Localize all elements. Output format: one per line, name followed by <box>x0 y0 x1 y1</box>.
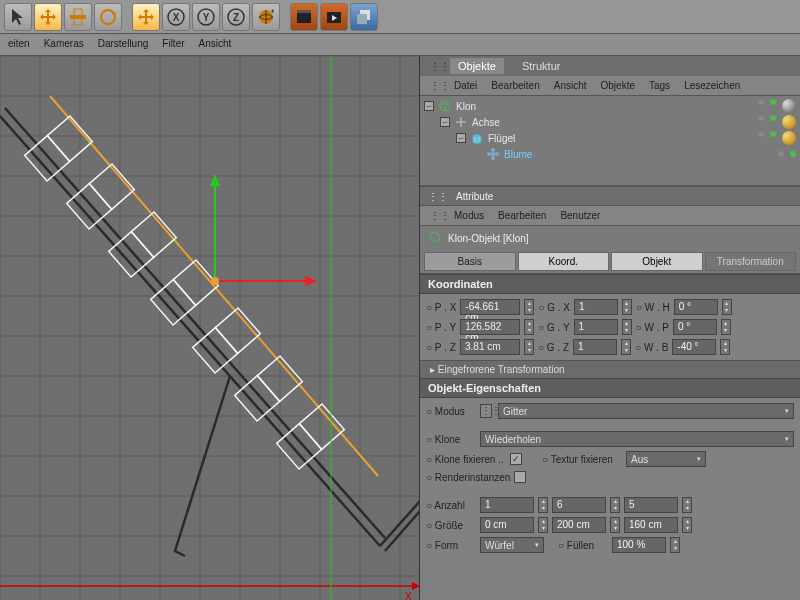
frozen-transform-toggle[interactable]: ▸ Eingefrorene Transformation <box>420 360 800 378</box>
field-px[interactable]: -64.661 cm <box>460 299 520 315</box>
spinner[interactable]: ▴▾ <box>720 339 730 355</box>
field-anzahl-x[interactable]: 1 <box>480 497 534 513</box>
svg-line-63 <box>148 58 160 68</box>
scale-tool-button[interactable] <box>64 3 92 31</box>
hierarchy-label[interactable]: Achse <box>472 117 500 128</box>
field-anzahl-y[interactable]: 6 <box>552 497 606 513</box>
label-klone-fixieren: ○ Klone fixieren .. <box>426 454 506 465</box>
spinner[interactable]: ▴▾ <box>524 339 534 355</box>
object-hierarchy[interactable]: – Klon – Achse – Flügel <box>420 96 800 186</box>
menu-item[interactable]: Darstellung <box>98 38 149 51</box>
menu-item[interactable]: Ansicht <box>554 80 587 91</box>
menu-item[interactable]: Kameras <box>44 38 84 51</box>
hierarchy-row[interactable]: Blume <box>424 146 796 162</box>
spinner[interactable]: ▴▾ <box>622 299 632 315</box>
hierarchy-label[interactable]: Flügel <box>488 133 515 144</box>
menu-item[interactable]: Ansicht <box>199 38 232 51</box>
spinner[interactable]: ▴▾ <box>610 497 620 513</box>
spinner[interactable]: ▴▾ <box>621 339 631 355</box>
menu-item[interactable]: Modus <box>454 210 484 221</box>
tab-objekt[interactable]: Objekt <box>611 252 703 271</box>
tab-objects[interactable]: Objekte <box>450 58 504 74</box>
spinner[interactable]: ▴▾ <box>670 537 680 553</box>
hierarchy-label[interactable]: Blume <box>504 149 532 160</box>
3d-viewport[interactable]: X <box>0 56 420 600</box>
checkbox-klone-fixieren[interactable]: ✓ <box>510 453 522 465</box>
spinner[interactable]: ▴▾ <box>538 497 548 513</box>
objekt-eig-props: ○ Modus ⋮⋮ Gitter ○ Klone Wiederholen ○ … <box>420 398 800 558</box>
spinner[interactable]: ▴▾ <box>682 497 692 513</box>
x-axis-button[interactable]: X <box>162 3 190 31</box>
field-groesse-x[interactable]: 0 cm <box>480 517 534 533</box>
z-axis-button[interactable]: Z <box>222 3 250 31</box>
material-sphere[interactable] <box>782 131 796 145</box>
checkbox-renderinstanzen[interactable] <box>514 471 526 483</box>
field-groesse-z[interactable]: 160 cm <box>624 517 678 533</box>
tree-toggle[interactable]: – <box>440 117 450 127</box>
move-tool-button[interactable] <box>34 3 62 31</box>
spinner[interactable]: ▴▾ <box>610 517 620 533</box>
render-settings-button[interactable] <box>320 3 348 31</box>
spinner[interactable]: ▴▾ <box>524 299 534 315</box>
menu-item[interactable]: Filter <box>162 38 184 51</box>
tab-structure[interactable]: Struktur <box>514 58 569 74</box>
spinner[interactable]: ▴▾ <box>722 299 732 315</box>
cursor-tool-button[interactable] <box>4 3 32 31</box>
field-gy[interactable]: 1 <box>574 319 618 335</box>
svg-rect-53 <box>193 328 238 373</box>
spinner[interactable]: ▴▾ <box>721 319 731 335</box>
hierarchy-row[interactable]: – Flügel <box>424 130 796 146</box>
layers-button[interactable] <box>350 3 378 31</box>
menu-item[interactable]: Datei <box>454 80 477 91</box>
field-py[interactable]: 126.582 cm <box>460 319 520 335</box>
spinner[interactable]: ▴▾ <box>622 319 632 335</box>
field-wh[interactable]: 0 ° <box>674 299 718 315</box>
svg-rect-0 <box>70 15 86 19</box>
menu-item[interactable]: Bearbeiten <box>498 210 546 221</box>
field-gz[interactable]: 1 <box>573 339 617 355</box>
field-groesse-y[interactable]: 200 cm <box>552 517 606 533</box>
menu-item[interactable]: Bearbeiten <box>491 80 539 91</box>
label-pz: ○ P . Z <box>426 342 456 353</box>
tree-toggle[interactable]: – <box>456 133 466 143</box>
rotate-tool-button[interactable] <box>94 3 122 31</box>
tab-basis[interactable]: Basis <box>424 252 516 271</box>
dropdown-textur-fixieren[interactable]: Aus <box>626 451 706 467</box>
label-py: ○ P . Y <box>426 322 456 333</box>
field-gx[interactable]: 1 <box>574 299 618 315</box>
hierarchy-row[interactable]: – Klon <box>424 98 796 114</box>
field-anzahl-z[interactable]: 5 <box>624 497 678 513</box>
menu-item[interactable]: Tags <box>649 80 670 91</box>
material-sphere[interactable] <box>782 99 796 113</box>
tab-koord[interactable]: Koord. <box>518 252 610 271</box>
svg-text:X: X <box>405 591 412 600</box>
menu-item[interactable]: eiten <box>8 38 30 51</box>
spinner[interactable]: ▴▾ <box>682 517 692 533</box>
dropdown-klone[interactable]: Wiederholen <box>480 431 794 447</box>
hierarchy-label[interactable]: Klon <box>456 101 476 112</box>
menu-item[interactable]: Objekte <box>601 80 635 91</box>
tab-transformation[interactable]: Transformation <box>705 252 797 271</box>
field-wp[interactable]: 0 ° <box>673 319 717 335</box>
render-button[interactable] <box>290 3 318 31</box>
dropdown-modus[interactable]: Gitter <box>498 403 794 419</box>
section-koordinaten: Koordinaten <box>420 274 800 294</box>
hierarchy-row[interactable]: – Achse <box>424 114 796 130</box>
spinner[interactable]: ▴▾ <box>524 319 534 335</box>
attribute-title: Klon-Objekt [Klon] <box>420 226 800 250</box>
material-sphere[interactable] <box>782 115 796 129</box>
move-axis-button[interactable] <box>132 3 160 31</box>
field-fuellen[interactable]: 100 % <box>612 537 666 553</box>
y-axis-button[interactable]: Y <box>192 3 220 31</box>
menu-item[interactable]: Benutzer <box>560 210 600 221</box>
tree-toggle[interactable]: – <box>424 101 434 111</box>
label-gz: ○ G . Z <box>538 342 569 353</box>
svg-rect-11 <box>297 10 311 13</box>
field-pz[interactable]: 3.81 cm <box>460 339 520 355</box>
field-wb[interactable]: -40 ° <box>672 339 716 355</box>
spinner[interactable]: ▴▾ <box>538 517 548 533</box>
menu-item[interactable]: Lesezeichen <box>684 80 740 91</box>
dropdown-form[interactable]: Würfel <box>480 537 544 553</box>
label-anzahl: ○ Anzahl <box>426 500 476 511</box>
world-axis-button[interactable] <box>252 3 280 31</box>
